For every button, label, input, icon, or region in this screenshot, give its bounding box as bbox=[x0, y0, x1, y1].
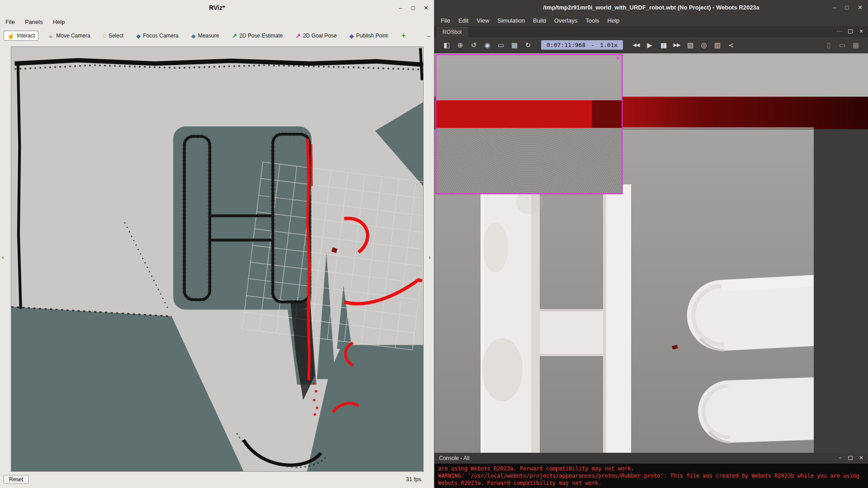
webots-tabbar: ROSbot ⋯ ✕ bbox=[434, 26, 868, 37]
rviz-3d-viewport[interactable] bbox=[11, 47, 424, 472]
interact-label: Interact bbox=[17, 33, 35, 39]
undock-icon[interactable] bbox=[848, 29, 853, 33]
wall-base-highlight bbox=[623, 127, 814, 129]
save-world-icon[interactable]: ▦ bbox=[508, 41, 521, 49]
minimize-icon[interactable]: – bbox=[833, 4, 836, 11]
console-line: WARNING: '/usr/local/webots/projects/app… bbox=[438, 472, 864, 479]
goal-pose-button[interactable]: ↗ 2D Goal Pose bbox=[292, 31, 340, 41]
new-file-icon[interactable]: ▯ bbox=[822, 41, 835, 49]
rviz-toolbar: ☝ Interact ↔ ↕ Move Camera □ Select ◆ Fo… bbox=[0, 28, 434, 43]
hand-pointer-icon: ☝ bbox=[7, 33, 14, 39]
scene-tree-toggle-icon[interactable]: ◧ bbox=[440, 41, 453, 49]
open-world-folder-icon[interactable]: ▭ bbox=[494, 41, 508, 49]
menu-edit[interactable]: Edit bbox=[458, 17, 468, 24]
movie-record-icon[interactable]: ▥ bbox=[711, 41, 724, 49]
menu-build[interactable]: Build bbox=[533, 17, 546, 24]
console-line: Webots R2023a. Forward compatibility may… bbox=[438, 479, 864, 487]
select-label: Select bbox=[108, 33, 123, 39]
toolbar-collapse-handle[interactable]: – bbox=[427, 32, 430, 39]
selection-box-icon: □ bbox=[103, 33, 106, 38]
minimize-icon[interactable]: – bbox=[399, 5, 402, 11]
menu-tools[interactable]: Tools bbox=[585, 17, 599, 24]
overlay-close-icon[interactable]: ✕ bbox=[616, 56, 620, 61]
green-arrow-icon: ↗ bbox=[232, 33, 237, 39]
move-arrows-icon: ↔ ↕ bbox=[47, 33, 54, 39]
camera-view-wall bbox=[436, 55, 622, 100]
menu-overlays[interactable]: Overlays bbox=[554, 17, 577, 24]
menu-file[interactable]: File bbox=[5, 19, 15, 25]
measure-button[interactable]: ◆ Measure bbox=[188, 31, 223, 41]
reload-world-icon[interactable]: ↻ bbox=[521, 41, 535, 49]
menu-help[interactable]: Help bbox=[608, 17, 620, 24]
console-controls: – ✕ bbox=[839, 455, 863, 461]
fast-forward-icon[interactable]: ▶▶ bbox=[670, 42, 684, 48]
pill-object-lower bbox=[697, 377, 820, 444]
console-output[interactable]: are using Webots R2023a. Forward compati… bbox=[434, 464, 868, 488]
tab-controls: ⋯ ✕ bbox=[836, 28, 863, 34]
minimize-icon[interactable]: – bbox=[839, 455, 842, 461]
webots-window-controls: – □ ✕ bbox=[833, 0, 863, 14]
focus-camera-label: Focus Camera bbox=[143, 33, 179, 39]
red-wall-shadow bbox=[592, 100, 622, 128]
magenta-arrow-icon: ↗ bbox=[295, 33, 301, 39]
tab-overflow-icon[interactable]: ⋯ bbox=[836, 28, 842, 34]
pose-estimate-button[interactable]: ↗ 2D Pose Estimate bbox=[228, 31, 287, 41]
measure-diamond-icon: ◆ bbox=[191, 33, 196, 39]
select-button[interactable]: □ Select bbox=[99, 31, 127, 41]
pose-estimate-label: 2D Pose Estimate bbox=[239, 33, 283, 39]
rewind-icon[interactable]: ◀◀ bbox=[629, 42, 643, 48]
red-wall-lit bbox=[436, 100, 592, 128]
console-line: are using Webots R2023a. Forward compati… bbox=[438, 465, 864, 472]
goal-pose-label: 2D Goal Pose bbox=[303, 33, 337, 39]
undock-icon[interactable] bbox=[848, 456, 853, 460]
measure-label: Measure bbox=[198, 33, 219, 39]
pause-icon[interactable]: ▮▮ bbox=[656, 41, 670, 49]
screenshot-icon[interactable]: ◎ bbox=[697, 41, 711, 49]
rviz-titlebar[interactable]: RViz* – □ ✕ bbox=[0, 0, 434, 15]
publish-point-button[interactable]: ◆ Publish Point bbox=[346, 31, 392, 41]
save-file-icon[interactable]: ▦ bbox=[849, 41, 863, 49]
publish-point-label: Publish Point bbox=[356, 33, 388, 39]
camera-view-red-wall bbox=[436, 100, 622, 128]
rviz-statusbar: Reset 31 fps bbox=[0, 472, 434, 488]
add-tool-button[interactable]: + bbox=[401, 32, 406, 39]
webots-window: /tmp/tmp2r91mr0i_world_with_URDF_robot.w… bbox=[434, 0, 868, 488]
webots-titlebar[interactable]: /tmp/tmp2r91mr0i_world_with_URDF_robot.w… bbox=[434, 0, 868, 14]
focus-camera-button[interactable]: ◆ Focus Camera bbox=[132, 31, 182, 41]
console-header[interactable]: Console - All – ✕ bbox=[434, 453, 868, 464]
camera-overlay[interactable]: ✕ bbox=[435, 54, 623, 194]
close-icon[interactable]: ✕ bbox=[859, 28, 863, 34]
focus-diamond-icon: ◆ bbox=[136, 33, 141, 39]
console-panel: Console - All – ✕ are using Webots R2023… bbox=[434, 453, 868, 488]
close-icon[interactable]: ✕ bbox=[424, 5, 429, 11]
play-icon[interactable]: ▶ bbox=[643, 41, 656, 49]
rendering-toggle-icon[interactable]: ▧ bbox=[684, 41, 697, 49]
pill-object-upper bbox=[685, 275, 821, 352]
maximize-icon[interactable]: □ bbox=[845, 4, 849, 11]
move-camera-button[interactable]: ↔ ↕ Move Camera bbox=[44, 31, 94, 41]
open-file-icon[interactable]: ▭ bbox=[835, 41, 849, 49]
webots-3d-viewport[interactable]: ✕ bbox=[434, 53, 868, 453]
close-icon[interactable]: ✕ bbox=[859, 455, 863, 461]
right-panel-handle[interactable]: › bbox=[429, 253, 431, 261]
reset-button[interactable]: Reset bbox=[4, 475, 28, 484]
add-node-icon[interactable]: ⊕ bbox=[453, 41, 467, 49]
reset-viewpoint-icon[interactable]: ↺ bbox=[467, 41, 481, 49]
occupancy-map-canvas[interactable] bbox=[11, 47, 423, 471]
left-panel-handle[interactable]: ‹ bbox=[2, 253, 4, 261]
menu-simulation[interactable]: Simulation bbox=[497, 17, 525, 24]
share-icon[interactable]: ≺ bbox=[724, 41, 738, 49]
menu-panels[interactable]: Panels bbox=[25, 19, 43, 25]
menu-help[interactable]: Help bbox=[53, 19, 65, 25]
rviz-window: RViz* – □ ✕ File Panels Help ☝ Interact … bbox=[0, 0, 434, 488]
eye-icon[interactable]: ◉ bbox=[481, 41, 494, 49]
menu-view[interactable]: View bbox=[476, 17, 489, 24]
interact-button[interactable]: ☝ Interact bbox=[4, 31, 38, 41]
maximize-icon[interactable]: □ bbox=[411, 5, 415, 11]
sim-speed: 1.01x bbox=[600, 42, 618, 48]
simulation-time-display: 0:07:11:968 - 1.01x bbox=[541, 40, 623, 50]
close-icon[interactable]: ✕ bbox=[858, 4, 863, 11]
menu-file[interactable]: File bbox=[441, 17, 450, 24]
tab-rosbot[interactable]: ROSbot bbox=[436, 27, 468, 37]
rviz-menubar: File Panels Help bbox=[0, 15, 434, 28]
